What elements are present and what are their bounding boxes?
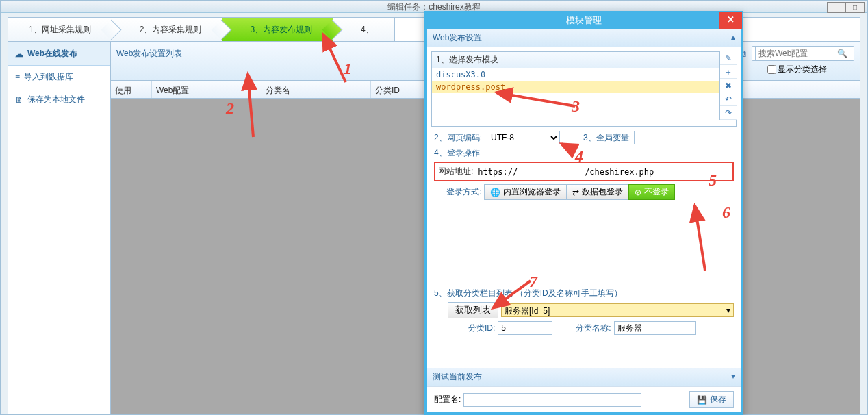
config-name-input[interactable]	[463, 393, 641, 407]
section-web-settings[interactable]: Web发布设置 ▴	[427, 29, 741, 47]
module-item-discus[interactable]: discusX3.0	[432, 68, 736, 81]
col-use: 使用	[111, 81, 152, 98]
anno-2: 2	[226, 99, 234, 118]
anno-1: 1	[344, 60, 352, 78]
expand-icon[interactable]: ▾	[731, 371, 735, 381]
save-icon: 💾	[697, 395, 707, 405]
login-packet-btn[interactable]: ⇄数据包登录	[566, 184, 629, 200]
sidebar-save-local[interactable]: 🗎 保存为本地文件	[8, 88, 110, 111]
section-test-publish[interactable]: 测试当前发布 ▾	[427, 368, 741, 386]
category-select[interactable]: 服务器[Id=5]▾	[501, 303, 734, 317]
get-list-button[interactable]: 获取列表	[448, 302, 498, 318]
cat-id-input[interactable]	[498, 321, 552, 335]
mod-redo-icon[interactable]: ↷	[720, 106, 737, 120]
dropdown-icon: ▾	[726, 305, 730, 315]
window-title: 编辑任务：cheshirex教程	[387, 2, 480, 12]
url-label: 网站地址:	[438, 166, 473, 177]
encoding-label: 2、网页编码:	[434, 132, 482, 144]
login-op-label: 4、登录操作	[434, 147, 480, 159]
global-var-label: 3、全局变量:	[583, 132, 631, 144]
mod-edit-icon[interactable]: ✎	[720, 51, 737, 65]
maximize-icon[interactable]: □	[845, 2, 865, 13]
globe-icon: 🌐	[490, 188, 500, 197]
search-input[interactable]	[755, 47, 837, 60]
mod-add-icon[interactable]: ＋	[720, 65, 737, 79]
config-name-label: 配置名:	[434, 394, 461, 405]
search-wrap: 🔍	[752, 46, 854, 61]
url-prefix: https://	[478, 167, 518, 177]
minimize-icon[interactable]: —	[827, 2, 846, 13]
step-3[interactable]: 3、内容发布规则	[222, 18, 333, 41]
cat-id-label: 分类ID:	[468, 323, 495, 334]
database-icon: ≡	[15, 73, 20, 82]
mod-del-icon[interactable]: ✖	[720, 79, 737, 92]
cloud-icon: ☁	[15, 49, 23, 59]
search-icon[interactable]: 🔍	[837, 49, 847, 58]
sidebar-import-db[interactable]: ≡ 导入到数据库	[8, 66, 110, 88]
collapse-icon[interactable]: ▴	[731, 32, 735, 42]
col-catid: 分类ID	[371, 81, 426, 98]
file-icon: 🗎	[15, 95, 23, 105]
global-var-input[interactable]	[634, 131, 709, 144]
dialog-title: 模块管理	[566, 15, 602, 25]
show-category-checkbox[interactable]: 显示分类选择	[767, 64, 827, 75]
url-row: 网站地址: https:// /cheshirex.php	[434, 162, 734, 181]
module-list: 1、选择发布模块 discusX3.0 wordpress.post ✎ ＋ ✖…	[431, 51, 737, 127]
anno-5: 5	[709, 171, 717, 190]
encoding-select[interactable]: UTF-8	[485, 131, 560, 144]
step-1[interactable]: 1、网址采集规则	[8, 18, 112, 41]
save-button[interactable]: 💾保存	[689, 391, 734, 408]
shuffle-icon: ⇄	[572, 188, 579, 197]
login-browser-btn[interactable]: 🌐内置浏览器登录	[484, 184, 567, 200]
anno-4: 4	[575, 147, 583, 166]
anno-7: 7	[529, 273, 537, 291]
col-catname: 分类名	[261, 81, 371, 98]
left-sidebar: ☁ Web在线发布 ≡ 导入到数据库 🗎 保存为本地文件	[8, 42, 110, 414]
url-suffix: /cheshirex.php	[585, 167, 654, 177]
module-manager-dialog: 模块管理 ✕ Web发布设置 ▴ 1、选择发布模块 discusX3.0 wor…	[424, 11, 743, 415]
module-list-header: 1、选择发布模块	[432, 52, 736, 68]
cat-name-input[interactable]	[614, 321, 696, 335]
login-mode-label: 登录方式:	[446, 186, 481, 198]
mod-undo-icon[interactable]: ↶	[720, 92, 737, 106]
sidebar-web-publish[interactable]: ☁ Web在线发布	[8, 42, 110, 66]
anno-3: 3	[572, 97, 580, 116]
col-cfg: Web配置	[152, 81, 261, 98]
anno-6: 6	[722, 203, 730, 222]
module-item-wordpress[interactable]: wordpress.post	[432, 81, 736, 93]
block-icon: ⊘	[635, 188, 641, 197]
login-none-btn[interactable]: ⊘不登录	[628, 184, 675, 200]
cat-name-label: 分类名称:	[576, 323, 611, 334]
close-icon[interactable]: ✕	[719, 12, 742, 29]
dialog-titlebar: 模块管理 ✕	[427, 14, 741, 29]
step-2[interactable]: 2、内容采集规则	[112, 18, 223, 41]
category-section-label: 5、获取分类栏目列表	[434, 288, 513, 299]
